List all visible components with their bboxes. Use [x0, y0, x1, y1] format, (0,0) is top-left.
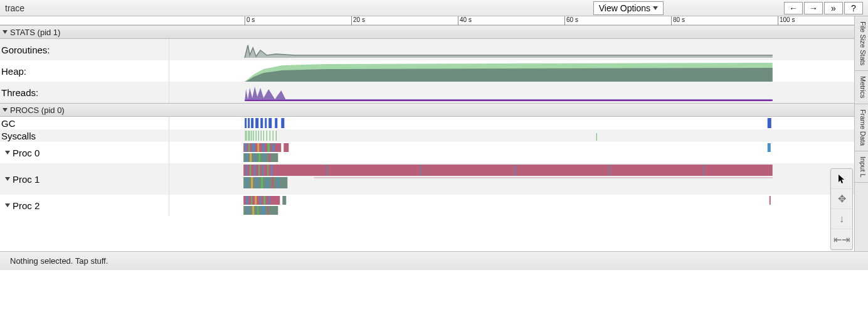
- label-heap: Heap:: [0, 60, 169, 82]
- tab-metrics[interactable]: Metrics: [855, 71, 868, 104]
- ruler-tick: 80 s: [671, 16, 685, 25]
- svg-rect-34: [283, 143, 288, 152]
- svg-rect-35: [243, 153, 278, 162]
- row-threads: Threads:: [0, 82, 854, 103]
- time-ruler[interactable]: 0 s 20 s 40 s 60 s 80 s 100 s: [0, 16, 854, 25]
- main-panel: 0 s 20 s 40 s 60 s 80 s 100 s STATS (pid…: [0, 16, 868, 251]
- svg-rect-30: [257, 143, 259, 152]
- right-tab-bar: File Size Stats Metrics Frame Data Input…: [854, 16, 868, 251]
- label-gc: GC: [0, 117, 169, 129]
- svg-rect-77: [257, 206, 258, 215]
- svg-rect-72: [273, 196, 275, 205]
- row-goroutines: Goroutines:: [0, 39, 854, 60]
- label-proc1[interactable]: Proc 1: [0, 163, 169, 195]
- svg-rect-32: [267, 143, 270, 152]
- svg-rect-38: [254, 153, 255, 162]
- svg-rect-39: [258, 153, 260, 162]
- label-proc2[interactable]: Proc 2: [0, 195, 169, 216]
- nav-expand-button[interactable]: »: [824, 2, 843, 14]
- selection-status: Nothing selected. Tap stuff.: [10, 256, 108, 266]
- track-threads[interactable]: [169, 82, 854, 103]
- svg-rect-36: [246, 153, 247, 162]
- track-syscalls[interactable]: [169, 129, 854, 142]
- svg-rect-60: [261, 177, 263, 188]
- svg-rect-47: [271, 165, 272, 176]
- svg-rect-80: [770, 196, 771, 205]
- chevron-down-icon: [5, 177, 10, 181]
- svg-rect-69: [260, 196, 261, 205]
- svg-rect-28: [248, 143, 250, 152]
- app-header: trace View Options ← → » ?: [0, 0, 868, 16]
- nav-back-button[interactable]: ←: [784, 2, 803, 14]
- svg-rect-66: [246, 196, 248, 205]
- svg-rect-46: [262, 165, 263, 176]
- svg-rect-55: [267, 165, 268, 176]
- svg-rect-45: [254, 165, 255, 176]
- svg-rect-68: [255, 196, 257, 205]
- chevron-down-icon: [3, 30, 8, 34]
- trace-content: 0 s 20 s 40 s 60 s 80 s 100 s STATS (pid…: [0, 16, 854, 251]
- row-syscalls: Syscalls: [0, 129, 854, 142]
- tool-palette: ✥ ↓ ⇤⇥: [830, 168, 853, 250]
- svg-rect-1: [245, 118, 246, 128]
- help-button[interactable]: ?: [844, 2, 863, 14]
- svg-rect-31: [262, 143, 264, 152]
- chevron-down-icon: [653, 6, 658, 10]
- svg-rect-4: [255, 118, 258, 128]
- svg-rect-64: [314, 177, 772, 178]
- svg-rect-42: [768, 143, 771, 152]
- svg-rect-2: [248, 118, 250, 128]
- track-heap[interactable]: [169, 60, 854, 82]
- svg-rect-48: [326, 165, 327, 176]
- svg-rect-63: [277, 177, 278, 188]
- row-proc1: Proc 1: [0, 163, 854, 195]
- ruler-tick: 60 s: [564, 16, 578, 25]
- ruler-tick: 0 s: [245, 16, 255, 25]
- svg-rect-54: [258, 165, 260, 176]
- timing-tool-button[interactable]: ⇤⇥: [831, 229, 852, 249]
- section-header-procs[interactable]: PROCS (pid 0): [0, 103, 854, 117]
- svg-rect-9: [281, 118, 284, 128]
- svg-rect-58: [251, 177, 253, 188]
- details-panel-empty: [0, 270, 868, 313]
- view-options-dropdown[interactable]: View Options: [593, 1, 664, 15]
- zoom-tool-button[interactable]: ↓: [831, 209, 852, 229]
- track-proc1[interactable]: [169, 163, 854, 195]
- svg-rect-44: [246, 165, 247, 176]
- track-proc0[interactable]: [169, 142, 854, 163]
- track-gc[interactable]: [169, 117, 854, 129]
- chevron-down-icon: [5, 203, 10, 207]
- nav-forward-button[interactable]: →: [804, 2, 823, 14]
- chevron-down-icon: [3, 108, 8, 112]
- svg-rect-59: [256, 177, 257, 188]
- svg-rect-40: [263, 153, 265, 162]
- row-proc2: Proc 2: [0, 195, 854, 216]
- tab-input-latency[interactable]: Input L: [855, 151, 868, 183]
- svg-rect-79: [267, 206, 268, 215]
- label-threads: Threads:: [0, 82, 169, 103]
- section-stats-label: STATS (pid 1): [10, 28, 60, 37]
- svg-rect-8: [275, 118, 277, 128]
- tab-file-size-stats[interactable]: File Size Stats: [855, 16, 868, 71]
- view-options-label: View Options: [599, 3, 650, 13]
- svg-rect-10: [768, 118, 771, 128]
- svg-rect-3: [251, 118, 253, 128]
- label-proc0[interactable]: Proc 0: [0, 142, 169, 163]
- track-proc2[interactable]: [169, 195, 854, 216]
- svg-rect-33: [272, 143, 274, 152]
- track-goroutines[interactable]: [169, 39, 854, 60]
- svg-rect-76: [252, 206, 254, 215]
- pointer-tool-button[interactable]: [831, 169, 852, 189]
- pan-tool-button[interactable]: ✥: [831, 189, 852, 209]
- row-gc: GC: [0, 117, 854, 129]
- tab-frame-data[interactable]: Frame Data: [855, 104, 868, 151]
- svg-rect-71: [268, 196, 270, 205]
- svg-rect-6: [265, 118, 267, 128]
- svg-rect-74: [243, 206, 278, 215]
- svg-rect-57: [246, 177, 247, 188]
- section-header-stats[interactable]: STATS (pid 1): [0, 25, 854, 39]
- ruler-tick: 40 s: [458, 16, 472, 25]
- svg-rect-29: [252, 143, 255, 152]
- svg-rect-7: [268, 118, 272, 128]
- svg-rect-49: [421, 165, 421, 176]
